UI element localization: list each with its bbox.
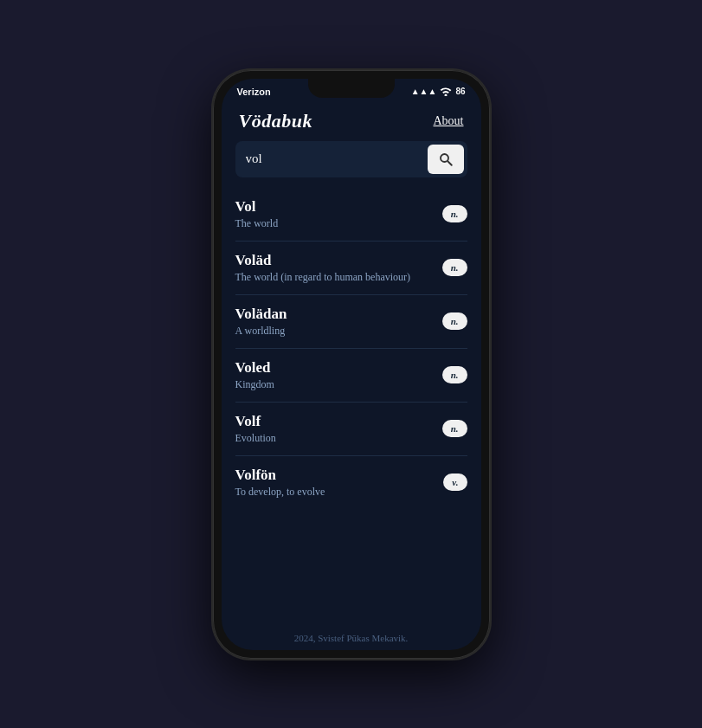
word-pos-badge: n. <box>442 366 467 383</box>
phone-screen: Verizon ▲▲▲ 86 Vödabuk About <box>222 79 481 650</box>
list-item[interactable]: Volädan A worldling n. <box>235 295 467 349</box>
word-definition: Kingdom <box>235 378 274 391</box>
word-content: Volfön To develop, to evolve <box>235 467 325 499</box>
word-content: Volädan A worldling <box>235 306 287 338</box>
word-pos-badge: n. <box>442 205 467 222</box>
word-pos-badge: n. <box>442 312 467 330</box>
word-content: Vol The world <box>235 198 279 230</box>
about-link[interactable]: About <box>434 114 464 128</box>
list-item[interactable]: Voläd The world (in regard to human beha… <box>235 242 467 295</box>
word-definition: The world <box>235 217 279 230</box>
footer-text: 2024, Svistef Pūkas Mekavik. <box>294 633 409 643</box>
word-pos-badge: n. <box>442 420 467 437</box>
list-item[interactable]: Volf Evolution n. <box>235 403 467 456</box>
search-button[interactable] <box>428 145 464 174</box>
word-definition: Evolution <box>235 432 276 445</box>
word-title: Voled <box>235 359 274 377</box>
search-input[interactable] <box>235 143 424 175</box>
search-icon <box>438 151 454 167</box>
search-box <box>235 141 467 177</box>
word-list: Vol The world n. Voläd The world (in reg… <box>222 188 481 626</box>
list-item[interactable]: Volfön To develop, to evolve v. <box>235 456 467 509</box>
app-header: Vödabuk About <box>222 101 481 141</box>
svg-line-1 <box>448 161 452 165</box>
word-pos-badge: v. <box>443 474 467 491</box>
signal-icon: ▲▲▲ <box>411 87 437 96</box>
app-title: Vödabuk <box>239 110 312 132</box>
battery-label: 86 <box>455 87 465 96</box>
word-content: Volf Evolution <box>235 413 276 445</box>
word-definition: A worldling <box>235 325 287 338</box>
word-title: Volädan <box>235 306 287 323</box>
list-item[interactable]: Vol The world n. <box>235 188 467 242</box>
word-title: Voläd <box>235 252 411 269</box>
word-content: Voläd The world (in regard to human beha… <box>235 252 411 284</box>
word-content: Voled Kingdom <box>235 359 274 391</box>
carrier-label: Verizon <box>237 87 271 97</box>
phone-frame: Verizon ▲▲▲ 86 Vödabuk About <box>213 70 490 659</box>
list-item[interactable]: Voled Kingdom n. <box>235 349 467 403</box>
app-footer: 2024, Svistef Pūkas Mekavik. <box>222 626 481 650</box>
notch <box>308 79 395 98</box>
word-definition: To develop, to evolve <box>235 486 325 499</box>
word-title: Volfön <box>235 467 325 484</box>
status-icons: ▲▲▲ 86 <box>411 86 466 98</box>
wifi-icon <box>440 86 452 98</box>
word-pos-badge: n. <box>442 259 467 276</box>
word-title: Vol <box>235 198 279 216</box>
word-title: Volf <box>235 413 276 430</box>
search-container <box>222 141 481 188</box>
word-definition: The world (in regard to human behaviour) <box>235 271 411 284</box>
